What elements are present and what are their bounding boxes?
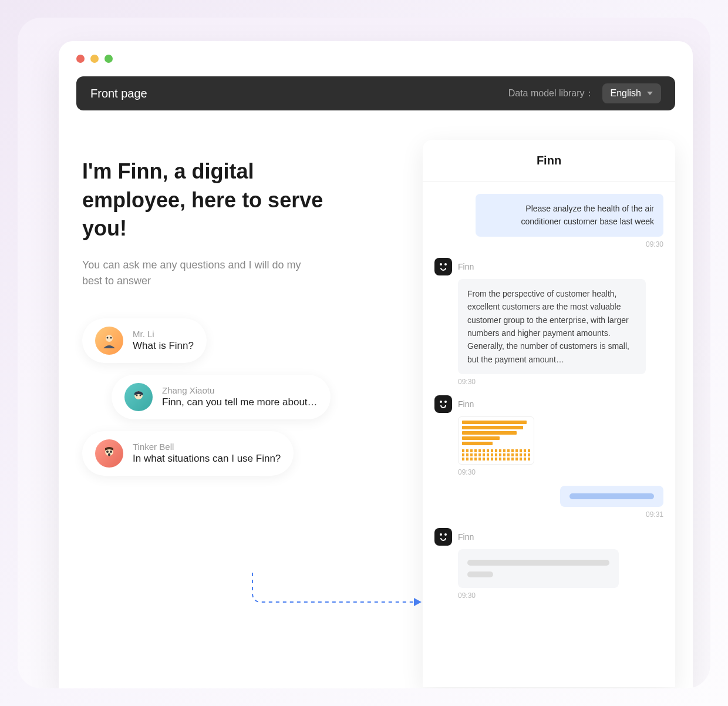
app-window: Front page Data model library： English I… bbox=[59, 41, 693, 688]
message-header: Finn bbox=[434, 395, 474, 413]
intro-title: I'm Finn, a digital employee, here to se… bbox=[82, 157, 329, 243]
model-library-label: Data model library： bbox=[508, 88, 594, 100]
prompt-card[interactable]: Zhang Xiaotu Finn, can you tell me more … bbox=[112, 375, 331, 419]
prompt-question: In what situations can I use Finn? bbox=[133, 453, 281, 465]
intro-subtitle: You can ask me any questions and I will … bbox=[82, 257, 317, 289]
prompt-card[interactable]: Mr. Li What is Finn? bbox=[82, 318, 207, 363]
svg-point-5 bbox=[140, 394, 141, 396]
message-time: 09:31 bbox=[646, 510, 663, 519]
message-time: 09:30 bbox=[646, 240, 663, 248]
prompt-card[interactable]: Tinker Bell In what situations can I use… bbox=[82, 431, 294, 476]
svg-point-9 bbox=[108, 453, 110, 456]
arrow-icon bbox=[247, 570, 423, 617]
message-bubble: From the perspective of customer health,… bbox=[458, 279, 646, 374]
svg-point-7 bbox=[106, 451, 109, 453]
chat-message-bot-loading: Finn 09:30 bbox=[434, 528, 663, 600]
svg-point-8 bbox=[110, 451, 112, 453]
message-header: Finn bbox=[434, 528, 474, 546]
chat-panel: Finn Please analyze the health of the ai… bbox=[423, 140, 675, 687]
avatar bbox=[95, 327, 123, 355]
prompt-question: What is Finn? bbox=[133, 340, 194, 352]
minimize-window-button[interactable] bbox=[90, 55, 99, 63]
chart-thumbnail[interactable] bbox=[458, 416, 534, 465]
prompt-question: Finn, can you tell me more about… bbox=[162, 396, 318, 408]
content-area: I'm Finn, a digital employee, here to se… bbox=[59, 110, 693, 687]
language-selected-value: English bbox=[611, 88, 641, 99]
avatar bbox=[95, 439, 123, 468]
message-header: Finn bbox=[434, 258, 474, 275]
chat-message-user: Please analyze the health of the air con… bbox=[434, 194, 663, 248]
avatar bbox=[124, 383, 153, 411]
chat-message-bot: Finn From the perspective of customer he… bbox=[434, 258, 663, 386]
message-time: 09:30 bbox=[458, 468, 476, 476]
language-select[interactable]: English bbox=[602, 83, 661, 103]
bot-name: Finn bbox=[458, 532, 474, 542]
bot-name: Finn bbox=[458, 262, 474, 271]
bot-avatar-icon bbox=[434, 258, 452, 275]
svg-point-0 bbox=[106, 335, 113, 342]
bot-avatar-icon bbox=[434, 528, 452, 546]
message-bubble-loading bbox=[458, 549, 619, 588]
page-title: Front page bbox=[90, 87, 147, 100]
message-time: 09:30 bbox=[458, 591, 476, 600]
header-bar: Front page Data model library： English bbox=[76, 76, 675, 110]
svg-point-2 bbox=[110, 337, 112, 338]
prompt-text: Tinker Bell In what situations can I use… bbox=[133, 442, 281, 465]
left-panel: I'm Finn, a digital employee, here to se… bbox=[76, 140, 411, 687]
chat-body[interactable]: Please analyze the health of the air con… bbox=[423, 182, 675, 687]
chat-message-bot-chart: Finn bbox=[434, 395, 663, 476]
chat-title: Finn bbox=[423, 140, 675, 182]
chat-message-user-pending: 09:31 bbox=[434, 486, 663, 519]
close-window-button[interactable] bbox=[76, 55, 85, 63]
svg-point-1 bbox=[107, 337, 109, 338]
window-controls bbox=[59, 41, 693, 76]
prompt-text: Zhang Xiaotu Finn, can you tell me more … bbox=[162, 385, 318, 408]
message-time: 09:30 bbox=[458, 378, 476, 386]
prompt-name: Tinker Bell bbox=[133, 442, 281, 452]
maximize-window-button[interactable] bbox=[105, 55, 113, 63]
header-right: Data model library： English bbox=[508, 83, 661, 103]
svg-point-4 bbox=[136, 394, 138, 396]
prompt-text: Mr. Li What is Finn? bbox=[133, 329, 194, 352]
message-bubble-skeleton bbox=[560, 486, 663, 507]
chevron-down-icon bbox=[647, 92, 653, 95]
message-bubble: Please analyze the health of the air con… bbox=[476, 194, 663, 237]
bot-name: Finn bbox=[458, 399, 474, 409]
outer-container: Front page Data model library： English I… bbox=[18, 18, 710, 688]
prompt-cards: Mr. Li What is Finn? Zhang Xiaotu Finn, … bbox=[82, 318, 411, 476]
bot-avatar-icon bbox=[434, 395, 452, 413]
prompt-name: Mr. Li bbox=[133, 329, 194, 339]
prompt-name: Zhang Xiaotu bbox=[162, 385, 318, 395]
